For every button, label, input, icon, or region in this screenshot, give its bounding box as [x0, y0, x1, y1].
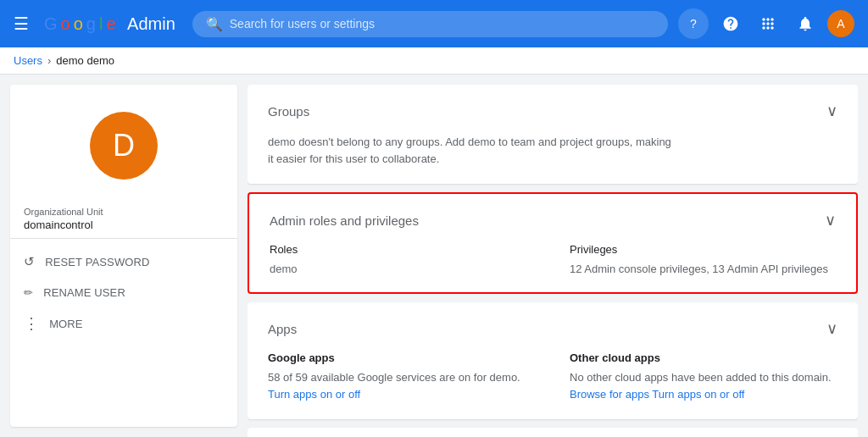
groups-card-body: demo doesn't belong to any groups. Add d…: [248, 134, 858, 184]
reset-password-label: RESET PASSWORD: [45, 256, 149, 268]
groups-card-text: demo doesn't belong to any groups. Add d…: [268, 134, 675, 167]
logo-o2: o: [74, 14, 83, 34]
privileges-col: Privileges 12 Admin console privileges, …: [570, 243, 836, 275]
content-area: Groups ∨ demo doesn't belong to any grou…: [248, 85, 858, 437]
turn-apps-on-off-link[interactable]: Turn apps on or off: [268, 388, 360, 401]
org-unit-value: domaincontrol: [10, 218, 237, 231]
roles-table: Roles demo Privileges 12 Admin console p…: [249, 243, 856, 292]
other-cloud-apps-col: Other cloud apps No other cloud apps hav…: [570, 351, 837, 402]
admin-roles-card: Admin roles and privileges ∨ Roles demo …: [248, 192, 858, 294]
apps-card-header: Apps ∨: [248, 302, 858, 351]
privileges-col-value: 12 Admin console privileges, 13 Admin AP…: [570, 263, 836, 275]
rename-user-label: RENAME USER: [43, 286, 125, 299]
admin-roles-chevron-icon[interactable]: ∨: [825, 211, 836, 230]
logo-e: e: [106, 14, 115, 34]
org-unit-label: Organizational Unit: [10, 207, 237, 217]
more-button[interactable]: ⋮ MORE: [10, 307, 237, 340]
more-icon: ⋮: [24, 316, 39, 331]
managed-devices-card-header: Managed devices ∨: [248, 428, 858, 437]
groups-card-title: Groups: [268, 104, 309, 119]
browse-apps-link[interactable]: Browse for apps: [570, 388, 649, 401]
logo-admin: Admin: [127, 14, 175, 34]
rename-user-button[interactable]: ✏ RENAME USER: [10, 278, 237, 307]
groups-card-header: Groups ∨: [248, 85, 858, 134]
sidebar-divider: [10, 238, 237, 239]
reset-password-icon: ↺: [24, 254, 35, 269]
header-actions: ? A: [678, 8, 854, 39]
admin-roles-card-header: Admin roles and privileges ∨: [249, 194, 856, 243]
search-bar[interactable]: 🔍: [192, 11, 668, 37]
roles-col-value: demo: [270, 263, 536, 275]
roles-col-header: Roles: [270, 243, 536, 256]
user-avatar[interactable]: A: [827, 10, 854, 37]
logo-l: l: [99, 14, 103, 34]
google-apps-description: 58 of 59 available Google services are o…: [268, 371, 520, 384]
roles-col: Roles demo: [270, 243, 536, 275]
apps-card-title: Apps: [268, 322, 297, 336]
breadcrumb-current: demo demo: [56, 54, 114, 67]
help-button[interactable]: [715, 8, 746, 39]
privileges-col-header: Privileges: [570, 243, 836, 256]
search-input[interactable]: [230, 17, 654, 30]
admin-roles-card-title: Admin roles and privileges: [270, 213, 419, 228]
apps-cols: Google apps 58 of 59 available Google se…: [248, 351, 858, 419]
breadcrumb: Users › demo demo: [0, 47, 868, 75]
logo-g2: g: [86, 14, 96, 34]
logo-g: G: [44, 14, 58, 34]
google-apps-title: Google apps: [268, 351, 536, 364]
apps-card: Apps ∨ Google apps 58 of 59 available Go…: [248, 302, 858, 419]
other-cloud-text: No other cloud apps have been added to t…: [570, 369, 837, 402]
apps-grid-button[interactable]: [753, 8, 783, 39]
reset-password-button[interactable]: ↺ RESET PASSWORD: [10, 246, 237, 278]
other-cloud-title: Other cloud apps: [570, 351, 837, 364]
notifications-button[interactable]: [790, 8, 821, 39]
header-logo: Google Admin: [44, 14, 175, 34]
breadcrumb-users-link[interactable]: Users: [14, 54, 42, 67]
apps-chevron-icon[interactable]: ∨: [826, 319, 837, 338]
header: ☰ Google Admin 🔍 ? A: [0, 0, 868, 47]
search-icon: 🔍: [206, 16, 223, 32]
sidebar: D Organizational Unit domaincontrol ↺ RE…: [10, 85, 237, 427]
more-label: MORE: [49, 318, 83, 330]
main-layout: D Organizational Unit domaincontrol ↺ RE…: [0, 75, 868, 437]
groups-chevron-icon[interactable]: ∨: [826, 102, 837, 120]
sidebar-avatar-area: D: [10, 98, 237, 200]
other-cloud-description: No other cloud apps have been added to t…: [570, 371, 832, 384]
roles-row: Roles demo Privileges 12 Admin console p…: [270, 243, 836, 275]
breadcrumb-separator: ›: [47, 54, 51, 67]
rename-user-icon: ✏: [24, 286, 33, 299]
groups-card: Groups ∨ demo doesn't belong to any grou…: [248, 85, 858, 184]
turn-apps-on-off-link2[interactable]: Turn apps on or off: [652, 388, 744, 401]
managed-devices-card: Managed devices ∨ Your organization does…: [248, 428, 858, 437]
google-apps-text: 58 of 59 available Google services are o…: [268, 369, 536, 402]
sidebar-avatar: D: [90, 112, 158, 180]
logo-o1: o: [61, 14, 70, 34]
google-apps-col: Google apps 58 of 59 available Google se…: [268, 351, 536, 402]
help-circle-button[interactable]: ?: [678, 8, 709, 39]
menu-icon[interactable]: ☰: [14, 14, 34, 34]
